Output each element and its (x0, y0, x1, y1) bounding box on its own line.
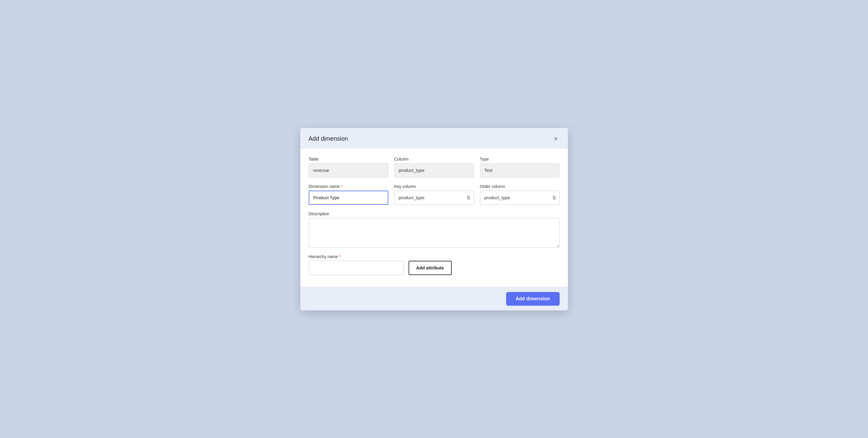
table-label: Table (309, 157, 389, 161)
add-dimension-dialog: Add dimension × Table revenue Column pro… (300, 128, 568, 310)
add-attribute-button[interactable]: Add attribute (409, 261, 452, 275)
dimension-name-group: Dimension name* (309, 184, 389, 205)
description-group: Description (309, 211, 560, 248)
dialog-body: Table revenue Column product_type Type T… (300, 148, 568, 287)
dialog-footer: Add dimension (300, 287, 568, 310)
description-textarea[interactable] (309, 218, 560, 248)
table-group: Table revenue (309, 157, 389, 178)
order-column-select[interactable]: product_type (480, 191, 560, 205)
hierarchy-section: Hierarchy name* Add attribute (309, 254, 560, 275)
key-column-group: Key column product_type ⇅ (394, 184, 474, 205)
hierarchy-row: Add attribute (309, 261, 560, 275)
type-group: Type Text (480, 157, 560, 178)
key-column-select[interactable]: product_type (394, 191, 474, 205)
dialog-title: Add dimension (309, 135, 348, 142)
type-value: Text (480, 163, 560, 178)
hierarchy-name-input[interactable] (309, 261, 404, 275)
order-column-select-wrapper: product_type ⇅ (480, 191, 560, 205)
row-dimension-key-order: Dimension name* Key column product_type … (309, 184, 560, 205)
key-column-label: Key column (394, 184, 474, 189)
dimension-name-label: Dimension name* (309, 184, 389, 189)
description-label: Description (309, 211, 560, 216)
table-value: revenue (309, 163, 389, 178)
dialog-header: Add dimension × (300, 128, 568, 148)
column-group: Column product_type (394, 157, 474, 178)
column-value: product_type (394, 163, 474, 178)
row-table-column-type: Table revenue Column product_type Type T… (309, 157, 560, 178)
column-label: Column (394, 157, 474, 161)
type-label: Type (480, 157, 560, 161)
add-dimension-button[interactable]: Add dimension (506, 292, 560, 306)
hierarchy-name-required: * (339, 254, 340, 259)
key-column-select-wrapper: product_type ⇅ (394, 191, 474, 205)
dimension-name-required: * (341, 184, 343, 189)
dimension-name-input[interactable] (309, 191, 389, 205)
order-column-label: Order column (480, 184, 560, 189)
hierarchy-name-label: Hierarchy name* (309, 254, 560, 259)
order-column-group: Order column product_type ⇅ (480, 184, 560, 205)
close-button[interactable]: × (552, 134, 560, 143)
